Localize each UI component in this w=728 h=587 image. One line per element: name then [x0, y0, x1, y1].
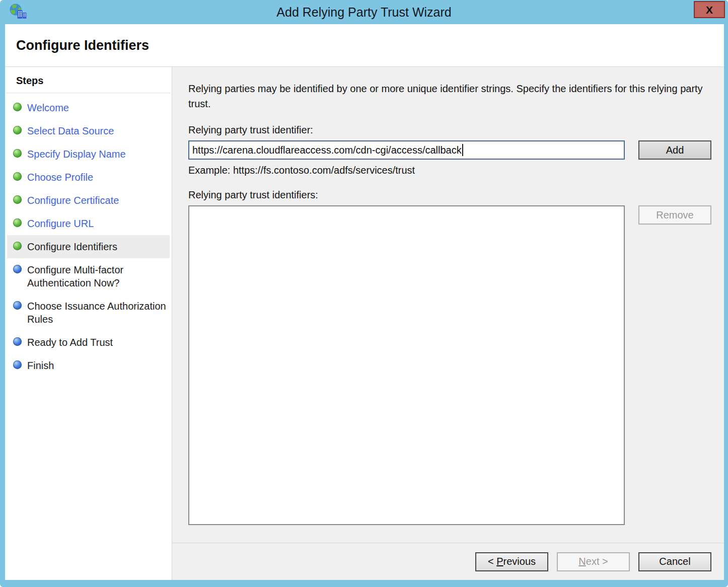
step-label: Configure URL	[27, 217, 94, 230]
text-caret	[462, 144, 463, 156]
sidebar-step-configure-identifiers: Configure Identifiers	[7, 235, 170, 258]
sidebar-step-choose-issuance-authorization-rules: Choose Issuance Authorization Rules	[7, 295, 170, 331]
step-pending-icon	[13, 337, 22, 346]
identifier-label: Relying party trust identifier:	[188, 124, 711, 136]
titlebar: Add Relying Party Trust Wizard X	[0, 0, 728, 24]
wizard-frame: Configure Identifiers Steps WelcomeSelec…	[5, 24, 724, 580]
next-button[interactable]: Next >	[557, 552, 630, 571]
identifier-input[interactable]: https://carena.cloudflareaccess.com/cdn-…	[188, 140, 625, 160]
identifiers-list-label: Relying party trust identifiers:	[188, 189, 711, 201]
step-label: Choose Profile	[27, 171, 93, 184]
add-button[interactable]: Add	[638, 140, 711, 160]
wizard-window: Add Relying Party Trust Wizard X Configu…	[0, 0, 728, 587]
window-title: Add Relying Party Trust Wizard	[0, 0, 728, 24]
step-completed-icon	[13, 242, 22, 250]
sidebar-step-configure-certificate[interactable]: Configure Certificate	[7, 189, 170, 212]
example-text: Example: https://fs.contoso.com/adfs/ser…	[188, 165, 711, 176]
step-label: Choose Issuance Authorization Rules	[27, 300, 167, 326]
steps-sidebar: Steps WelcomeSelect Data SourceSpecify D…	[5, 67, 172, 580]
step-label: Select Data Source	[27, 124, 114, 137]
page-title: Configure Identifiers	[16, 38, 149, 53]
step-label: Configure Identifiers	[27, 240, 117, 253]
sidebar-step-select-data-source[interactable]: Select Data Source	[7, 119, 170, 142]
sidebar-step-choose-profile[interactable]: Choose Profile	[7, 166, 170, 189]
page-header: Configure Identifiers	[5, 24, 724, 67]
previous-button[interactable]: < Previous	[475, 552, 548, 571]
sidebar-step-welcome[interactable]: Welcome	[7, 96, 170, 119]
remove-button[interactable]: Remove	[638, 205, 711, 225]
intro-text: Relying parties may be identified by one…	[188, 81, 711, 111]
step-completed-icon	[13, 103, 22, 111]
sidebar-step-finish: Finish	[7, 354, 170, 377]
sidebar-step-ready-to-add-trust: Ready to Add Trust	[7, 331, 170, 354]
main-content: Relying parties may be identified by one…	[172, 67, 724, 580]
step-completed-icon	[13, 218, 22, 227]
step-label: Ready to Add Trust	[27, 336, 113, 349]
step-completed-icon	[13, 195, 22, 204]
step-pending-icon	[13, 360, 22, 369]
footer-button-bar: < Previous Next > Cancel	[172, 543, 724, 580]
steps-list: WelcomeSelect Data SourceSpecify Display…	[7, 96, 170, 377]
sidebar-step-specify-display-name[interactable]: Specify Display Name	[7, 142, 170, 166]
sidebar-step-configure-url[interactable]: Configure URL	[7, 212, 170, 235]
step-pending-icon	[13, 265, 22, 273]
step-label: Finish	[27, 359, 54, 372]
sidebar-step-configure-multi-factor-authentication-now: Configure Multi-factor Authentication No…	[7, 258, 170, 295]
identifier-input-value: https://carena.cloudflareaccess.com/cdn-…	[192, 144, 462, 156]
step-label: Welcome	[27, 101, 69, 114]
cancel-button[interactable]: Cancel	[638, 552, 711, 571]
close-button[interactable]: X	[694, 1, 725, 18]
step-completed-icon	[13, 126, 22, 134]
step-label: Configure Certificate	[27, 194, 119, 207]
steps-heading: Steps	[6, 74, 171, 93]
step-label: Specify Display Name	[27, 148, 126, 161]
step-completed-icon	[13, 172, 22, 181]
step-label: Configure Multi-factor Authentication No…	[27, 263, 167, 289]
step-completed-icon	[13, 149, 22, 158]
step-pending-icon	[13, 301, 22, 310]
identifiers-listbox[interactable]	[188, 205, 625, 525]
